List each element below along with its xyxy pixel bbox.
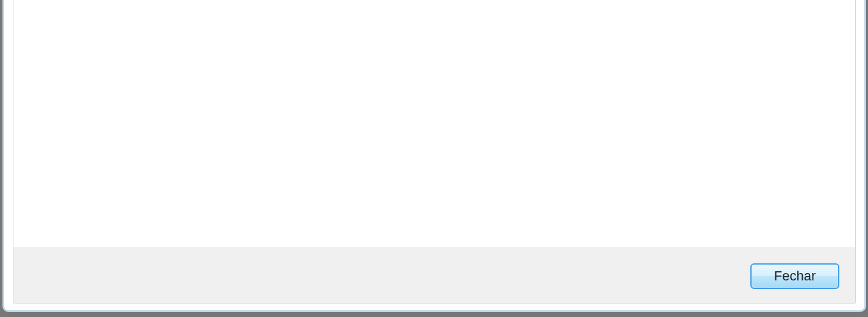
dialog-body: Fechar: [13, 0, 856, 304]
dialog-footer: Fechar: [13, 248, 855, 304]
content-panel: [13, 0, 855, 248]
close-button[interactable]: Fechar: [750, 263, 839, 289]
dialog-window: Fechar: [2, 0, 866, 312]
